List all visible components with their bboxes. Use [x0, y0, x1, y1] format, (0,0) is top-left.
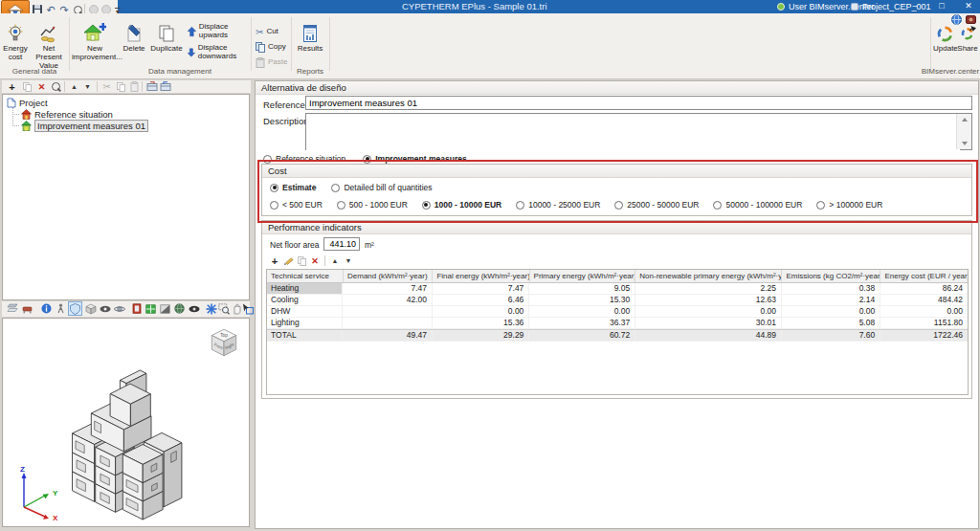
- description-scrollbar[interactable]: [956, 114, 971, 149]
- hide-elements-button[interactable]: [99, 302, 111, 315]
- cut-button[interactable]: ✂ Cut: [256, 24, 288, 39]
- radio-range-25000-50000[interactable]: 25000 - 50000 EUR: [614, 200, 699, 210]
- radio-range-gt100000[interactable]: > 100000 EUR: [816, 200, 882, 210]
- table-edit-button[interactable]: [281, 254, 295, 267]
- import-elements-button[interactable]: [145, 80, 158, 93]
- radio-estimate[interactable]: Estimate: [270, 183, 316, 192]
- cell-value[interactable]: 15.30: [529, 295, 635, 305]
- tree-item-improvement-measures[interactable]: Improvement measures 01: [21, 120, 148, 131]
- model-protection-button[interactable]: [69, 302, 81, 315]
- render-view-button[interactable]: [173, 302, 186, 315]
- cell-value[interactable]: 0.38: [782, 283, 880, 294]
- cell-value[interactable]: 5.08: [782, 318, 880, 328]
- copy-button-disabled[interactable]: [115, 80, 127, 93]
- cell-service[interactable]: DHW: [267, 306, 343, 317]
- radio-range-500-1000[interactable]: 500 - 1000 EUR: [337, 200, 408, 210]
- table-row-lighting[interactable]: Lighting 15.36 36.37 30.01 5.08 1151.80: [267, 318, 968, 329]
- cell-value[interactable]: 49.47: [343, 330, 433, 341]
- cell-value[interactable]: [343, 306, 433, 317]
- furniture-view-button[interactable]: [21, 302, 33, 315]
- radio-range-1000-10000[interactable]: 1000 - 10000 EUR: [422, 200, 501, 210]
- cell-value[interactable]: 7.47: [433, 283, 529, 294]
- cell-value[interactable]: 0.00: [433, 306, 529, 317]
- zoom-window-button[interactable]: [217, 302, 230, 315]
- show-doors-button[interactable]: [130, 302, 143, 315]
- cell-value[interactable]: 2.14: [782, 295, 880, 305]
- cell-value[interactable]: 15.36: [433, 318, 529, 328]
- cell-value[interactable]: 2.25: [635, 283, 782, 294]
- cell-value[interactable]: 484.42: [880, 295, 968, 305]
- table-row-heating[interactable]: Heating 7.47 7.47 9.05 2.25 0.38 86.24: [267, 283, 968, 295]
- cell-value[interactable]: [343, 318, 433, 328]
- orbit-button[interactable]: [113, 302, 125, 315]
- cell-value[interactable]: 86.24: [880, 283, 968, 294]
- radio-detailed-bill[interactable]: Detailed bill of quantities: [331, 183, 432, 192]
- paste-button-disabled[interactable]: [128, 80, 141, 93]
- radio-range-50000-100000[interactable]: 50000 - 100000 EUR: [713, 200, 802, 210]
- cell-service[interactable]: Lighting: [267, 318, 343, 328]
- scroll-down-arrow[interactable]: [958, 138, 970, 149]
- table-row-cooling[interactable]: Cooling 42.00 6.46 15.30 12.63 2.14 484.…: [267, 295, 968, 306]
- cell-value[interactable]: 0.00: [880, 306, 968, 317]
- export-elements-button[interactable]: [159, 80, 171, 93]
- cell-value[interactable]: 36.37: [529, 318, 635, 328]
- tree-item-project[interactable]: Project: [7, 97, 48, 108]
- cell-value[interactable]: 29.29: [433, 330, 529, 341]
- tree-item-reference-situation[interactable]: Reference situation: [21, 108, 113, 120]
- rotate-model-button[interactable]: [84, 302, 97, 315]
- select-button[interactable]: [241, 302, 254, 315]
- cut-button-disabled[interactable]: ✂: [100, 80, 113, 93]
- show-shadows-button[interactable]: [159, 302, 171, 315]
- add-alternative-button[interactable]: +: [6, 80, 18, 93]
- cell-value[interactable]: 6.46: [433, 295, 529, 305]
- update-button[interactable]: Update: [933, 22, 956, 70]
- cell-value[interactable]: 0.00: [635, 306, 782, 317]
- minimize-button[interactable]: –: [903, 0, 926, 13]
- new-improvement-button[interactable]: New improvement...: [72, 22, 118, 70]
- radio-reference-situation[interactable]: Reference situation: [263, 154, 345, 164]
- table-row-dhw[interactable]: DHW 0.00 0.00 0.00 0.00 0.00: [267, 306, 968, 318]
- cell-value[interactable]: 60.72: [529, 330, 635, 341]
- reference-input[interactable]: [305, 96, 972, 110]
- net-present-value-button[interactable]: Net Present Value: [31, 22, 67, 70]
- cell-value[interactable]: 44.89: [635, 330, 782, 341]
- table-move-down-button[interactable]: ▼: [342, 254, 355, 267]
- cell-value[interactable]: 0.00: [782, 306, 880, 317]
- cell-value[interactable]: 9.05: [529, 283, 635, 294]
- table-delete-button[interactable]: ✕: [308, 254, 322, 267]
- scroll-up-arrow[interactable]: [958, 114, 970, 125]
- copy-button[interactable]: Copy: [256, 39, 288, 55]
- cell-value[interactable]: 1151.80: [880, 318, 968, 328]
- maximize-button[interactable]: □: [930, 0, 953, 13]
- model-3d-viewport[interactable]: Top Front Right Z Y X: [2, 318, 250, 527]
- view-cube[interactable]: Top Front Right: [207, 326, 241, 361]
- table-add-button[interactable]: +: [268, 254, 281, 267]
- cell-value[interactable]: 7.60: [782, 330, 880, 341]
- net-floor-area-input[interactable]: [323, 237, 360, 251]
- cell-value[interactable]: 42.00: [343, 295, 433, 305]
- cell-value[interactable]: 0.00: [529, 306, 635, 317]
- table-copy-button-disabled[interactable]: [295, 254, 308, 267]
- table-move-up-button[interactable]: ▲: [328, 254, 342, 267]
- cell-value[interactable]: 7.47: [343, 283, 433, 294]
- delete-button[interactable]: Delete: [120, 22, 148, 70]
- cell-service[interactable]: TOTAL: [267, 330, 343, 341]
- radio-improvement-measures[interactable]: Improvement measures: [363, 154, 466, 164]
- description-input[interactable]: [306, 114, 960, 153]
- cell-value[interactable]: 1722.46: [880, 330, 968, 341]
- scene-layers-button[interactable]: [6, 302, 18, 315]
- duplicate-button[interactable]: Duplicate: [149, 22, 184, 70]
- move-up-button[interactable]: ▲: [68, 80, 80, 93]
- search-button[interactable]: [50, 80, 62, 93]
- show-windows-button[interactable]: [145, 302, 157, 315]
- move-down-button[interactable]: ▼: [81, 80, 94, 93]
- cell-value[interactable]: 12.63: [635, 295, 782, 305]
- cell-value[interactable]: 30.01: [635, 318, 782, 328]
- copy-alternative-button-disabled[interactable]: [21, 80, 33, 93]
- radio-range-10000-25000[interactable]: 10000 - 25000 EUR: [516, 200, 600, 210]
- walkthrough-button[interactable]: [55, 302, 67, 315]
- displace-upwards-button[interactable]: Displace upwards: [188, 24, 247, 39]
- close-button[interactable]: ✕: [957, 0, 980, 13]
- displace-downwards-button[interactable]: Displace downwards: [188, 45, 247, 60]
- share-button[interactable]: Share: [957, 22, 978, 70]
